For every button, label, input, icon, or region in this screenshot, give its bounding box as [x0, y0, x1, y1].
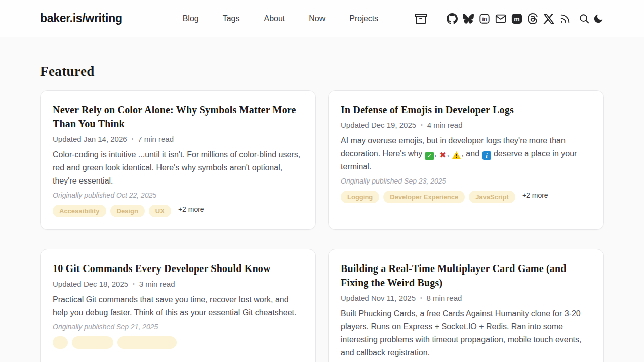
meta-separator: • [420, 295, 422, 301]
article-excerpt: Color-coding is intuitive ...until it is… [53, 148, 303, 188]
bluesky-icon[interactable] [463, 13, 474, 24]
more-tags-label: +2 more [522, 191, 548, 199]
tag-pill[interactable]: Accessibility [53, 205, 106, 217]
article-meta: Updated Dec 18, 2025 • 3 min read [53, 280, 303, 288]
utility-icons [579, 13, 604, 24]
article-meta: Updated Dec 19, 2025 • 4 min read [341, 121, 591, 129]
tag-pill[interactable]: Developer Experience [383, 191, 465, 203]
threads-icon[interactable] [527, 13, 538, 24]
updated-date: Updated Dec 18, 2025 [53, 280, 128, 288]
tag-pill[interactable] [72, 336, 113, 349]
featured-heading: Featured [40, 62, 604, 80]
meta-separator: • [132, 136, 134, 142]
updated-date: Updated Nov 11, 2025 [341, 294, 416, 302]
article-card[interactable]: 10 Git Commands Every Developer Should K… [40, 249, 316, 362]
read-time: 3 min read [139, 280, 175, 288]
article-excerpt: AI may overuse emojis, but in developer … [341, 134, 591, 173]
article-excerpt: Practical Git commands that save you tim… [53, 293, 303, 319]
originally-published: Originally published Oct 22, 2025 [53, 191, 303, 199]
linkedin-icon[interactable]: in [479, 13, 490, 24]
article-card[interactable]: Never Rely on Color Alone: Why Symbols M… [40, 90, 316, 230]
updated-date: Updated Dec 19, 2025 [341, 121, 416, 129]
github-icon[interactable] [447, 13, 458, 24]
meta-separator: • [133, 281, 135, 287]
tag-pill[interactable]: UX [149, 205, 171, 217]
mastodon-icon[interactable]: m [511, 13, 522, 24]
archive-icon[interactable] [415, 13, 427, 25]
read-time: 8 min read [427, 294, 462, 302]
tag-list [53, 336, 303, 349]
social-links: in m [447, 13, 571, 24]
article-title[interactable]: In Defense of Emojis in Developer Logs [341, 103, 591, 117]
nav-link-tags[interactable]: Tags [223, 14, 240, 23]
site-header: baker.is/writing BlogTagsAboutNowProject… [0, 0, 644, 37]
rss-icon[interactable] [559, 13, 571, 24]
article-meta: Updated Nov 11, 2025 • 8 min read [341, 294, 591, 302]
tag-list: AccessibilityDesignUX+2 more [53, 205, 303, 217]
x-icon[interactable] [543, 13, 554, 24]
nav-link-projects[interactable]: Projects [349, 14, 378, 23]
main-content: Featured Never Rely on Color Alone: Why … [40, 62, 604, 362]
updated-date: Updated Jan 14, 2026 [53, 135, 127, 143]
svg-text:m: m [514, 15, 519, 22]
nav-link-about[interactable]: About [264, 14, 285, 23]
check-emoji: ✓ [425, 152, 434, 160]
info-emoji: i [482, 151, 491, 160]
search-icon[interactable] [579, 13, 590, 24]
article-title[interactable]: 10 Git Commands Every Developer Should K… [53, 261, 303, 276]
svg-text:in: in [482, 16, 487, 21]
tag-pill[interactable] [53, 336, 68, 349]
cross-emoji: ✖ [439, 151, 447, 160]
article-card[interactable]: Building a Real-Time Multiplayer Card Ga… [328, 249, 604, 362]
read-time: 7 min read [138, 135, 174, 143]
warning-emoji: ! [452, 151, 461, 159]
read-time: 4 min read [427, 121, 463, 129]
nav-link-now[interactable]: Now [309, 14, 325, 23]
meta-separator: • [421, 122, 423, 128]
tag-list: LoggingDeveloper ExperienceJavaScript+2 … [341, 191, 591, 203]
nav-link-blog[interactable]: Blog [183, 14, 199, 23]
article-title[interactable]: Never Rely on Color Alone: Why Symbols M… [53, 103, 303, 131]
article-excerpt: Built Phucking Cards, a free Cards Again… [341, 307, 591, 359]
originally-published: Originally published Sep 21, 2025 [53, 323, 303, 331]
article-title[interactable]: Building a Real-Time Multiplayer Card Ga… [341, 261, 591, 290]
site-logo[interactable]: baker.is/writing [40, 12, 122, 25]
main-nav: BlogTagsAboutNowProjects [183, 14, 378, 23]
tag-pill[interactable] [117, 336, 177, 349]
article-card[interactable]: In Defense of Emojis in Developer Logs U… [328, 90, 604, 230]
tag-pill[interactable]: Design [110, 205, 145, 217]
article-meta: Updated Jan 14, 2026 • 7 min read [53, 135, 303, 143]
mail-icon[interactable] [495, 13, 506, 24]
originally-published: Originally published Sep 23, 2025 [341, 177, 591, 185]
more-tags-label: +2 more [178, 205, 204, 213]
tag-pill[interactable]: Logging [341, 191, 379, 203]
dark-mode-moon-icon[interactable] [593, 13, 604, 24]
tag-pill[interactable]: JavaScript [469, 191, 515, 203]
header-icons: in m [415, 13, 604, 25]
featured-grid: Never Rely on Color Alone: Why Symbols M… [40, 90, 604, 362]
